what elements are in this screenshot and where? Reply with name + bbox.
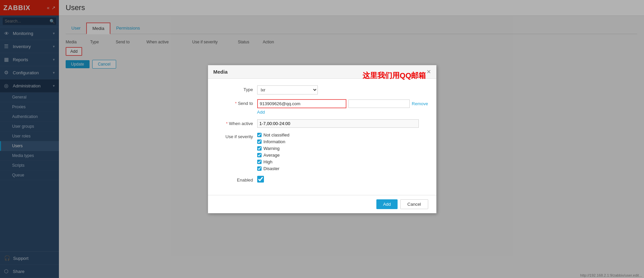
checkbox-not-classified[interactable]	[257, 133, 262, 137]
severity-warning-label: Warning	[264, 146, 280, 151]
severity-row: Use if severity Not classified Informati…	[216, 132, 428, 171]
when-active-field	[257, 119, 428, 128]
enabled-checkbox[interactable]	[257, 176, 264, 183]
severity-warning: Warning	[257, 146, 428, 151]
checkbox-information[interactable]	[257, 140, 262, 144]
checkbox-disaster[interactable]	[257, 166, 262, 171]
type-field: lxr Email SMS	[257, 85, 428, 94]
severity-average-label: Average	[264, 153, 280, 158]
severity-not-classified: Not classified	[257, 132, 428, 137]
send-to-extra-input[interactable]	[348, 100, 410, 108]
checkbox-average[interactable]	[257, 153, 262, 157]
severity-average: Average	[257, 153, 428, 158]
severity-label: Use if severity	[216, 132, 253, 139]
modal-overlay: Media ✕ 这里我们用QQ邮箱 Type lxr Email SMS Sen…	[0, 0, 644, 278]
checkbox-high[interactable]	[257, 160, 262, 164]
severity-not-classified-label: Not classified	[264, 132, 290, 137]
enabled-row: Enabled	[216, 176, 428, 184]
type-row: Type lxr Email SMS	[216, 85, 428, 94]
send-to-field: Remove Add	[257, 99, 428, 115]
modal-add-button[interactable]: Add	[376, 199, 398, 209]
send-to-input[interactable]	[257, 99, 347, 108]
modal-title-bar: Media ✕	[208, 65, 436, 79]
enabled-label: Enabled	[216, 176, 253, 183]
severity-high: High	[257, 159, 428, 164]
modal-title: Media	[213, 69, 228, 75]
modal-cancel-button[interactable]: Cancel	[400, 199, 428, 209]
send-to-add-link[interactable]: Add	[257, 110, 265, 115]
modal-body: Type lxr Email SMS Send to Remove	[208, 79, 436, 195]
enabled-field	[257, 176, 428, 184]
when-active-label: When active	[216, 119, 253, 126]
when-active-input[interactable]	[257, 119, 419, 128]
severity-checkboxes: Not classified Information Warning Avera…	[257, 132, 428, 171]
type-label: Type	[216, 85, 253, 92]
media-modal: Media ✕ 这里我们用QQ邮箱 Type lxr Email SMS Sen…	[208, 65, 437, 213]
modal-close-button[interactable]: ✕	[427, 69, 431, 75]
when-active-row: When active	[216, 119, 428, 128]
severity-information: Information	[257, 139, 428, 144]
modal-footer: Add Cancel	[208, 195, 436, 213]
severity-high-label: High	[264, 159, 273, 164]
checkbox-warning[interactable]	[257, 146, 262, 151]
severity-disaster: Disaster	[257, 166, 428, 171]
type-select[interactable]: lxr Email SMS	[257, 85, 318, 94]
remove-link[interactable]: Remove	[412, 101, 428, 106]
send-to-row: Send to Remove Add	[216, 99, 428, 115]
severity-information-label: Information	[264, 139, 285, 144]
severity-disaster-label: Disaster	[264, 166, 280, 171]
send-to-label: Send to	[216, 99, 253, 106]
send-to-inputs: Remove	[257, 99, 428, 108]
